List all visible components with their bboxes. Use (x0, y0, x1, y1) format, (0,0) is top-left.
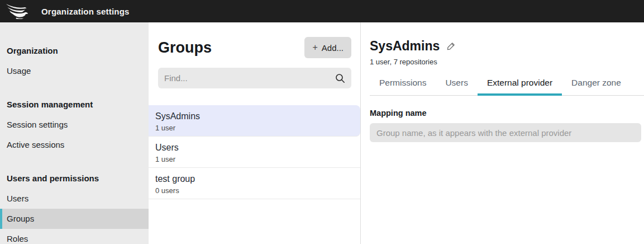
group-row-sysadmins[interactable]: SysAdmins 1 user (149, 105, 360, 137)
sidebar-item-groups[interactable]: Groups (0, 209, 149, 229)
groups-panel-title: Groups (158, 39, 212, 57)
tab-danger-zone[interactable]: Danger zone (562, 78, 631, 95)
sidebar-section-organization: Organization Usage (0, 41, 149, 81)
tab-users[interactable]: Users (436, 78, 477, 95)
group-meta: 1 user (155, 123, 354, 133)
sidebar-section-users-permissions: Users and permissions Users Groups Roles (0, 168, 149, 244)
group-name: test group (155, 173, 354, 185)
group-name: Users (155, 142, 354, 154)
app-root: Organization settings Organization Usage… (0, 0, 644, 244)
tab-permissions[interactable]: Permissions (370, 78, 436, 95)
sidebar-item-usage[interactable]: Usage (0, 61, 149, 81)
plus-icon: + (312, 43, 317, 53)
group-meta: 0 users (155, 185, 354, 196)
group-meta: 1 user (155, 154, 354, 165)
pencil-icon[interactable] (446, 41, 456, 51)
group-name: SysAdmins (155, 110, 354, 123)
group-detail-panel: SysAdmins 1 user, 7 repositories Permiss… (361, 22, 644, 244)
magnifier-icon[interactable] (335, 73, 345, 83)
group-list: SysAdmins 1 user Users 1 user test group… (149, 105, 360, 199)
group-detail-header: SysAdmins (370, 39, 644, 54)
external-provider-form: Mapping name (370, 109, 644, 142)
sidebar-item-session-settings[interactable]: Session settings (0, 115, 149, 135)
sidebar-item-roles[interactable]: Roles (0, 229, 149, 244)
falcon-logo-icon[interactable] (0, 3, 35, 19)
group-row-test-group[interactable]: test group 0 users (149, 168, 360, 199)
group-detail-tabs: Permissions Users External provider Dang… (370, 78, 644, 96)
topbar: Organization settings (0, 0, 644, 22)
sidebar: Organization Usage Session management Se… (0, 22, 149, 244)
main-area: Organization Usage Session management Se… (0, 22, 644, 244)
groups-list-panel: Groups + Add... SysAdmins 1 us (149, 22, 361, 244)
mapping-name-input[interactable] (370, 123, 641, 142)
sidebar-item-users[interactable]: Users (0, 189, 149, 209)
group-search-box (158, 68, 351, 88)
tab-external-provider[interactable]: External provider (478, 78, 562, 95)
mapping-name-label: Mapping name (370, 109, 641, 118)
add-group-button[interactable]: + Add... (304, 37, 351, 58)
group-detail-subtitle: 1 user, 7 repositories (370, 58, 644, 66)
sidebar-section-session-management: Session management Session settings Acti… (0, 95, 149, 155)
groups-panel-header: Groups + Add... (149, 22, 360, 58)
sidebar-header-session-management: Session management (0, 95, 149, 115)
add-group-button-label: Add... (322, 43, 344, 53)
group-search-input[interactable] (164, 73, 335, 83)
group-row-users[interactable]: Users 1 user (149, 137, 360, 168)
sidebar-header-users-permissions: Users and permissions (0, 168, 149, 189)
group-detail-title: SysAdmins (370, 39, 440, 54)
topbar-title: Organization settings (41, 7, 130, 16)
sidebar-header-organization: Organization (0, 41, 149, 61)
sidebar-item-active-sessions[interactable]: Active sessions (0, 135, 149, 155)
